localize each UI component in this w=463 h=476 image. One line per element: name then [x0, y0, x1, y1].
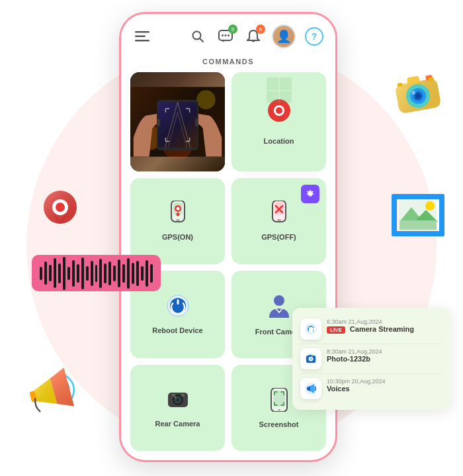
location-label: Location — [264, 137, 294, 145]
reboot-label: Reboot Device — [152, 326, 202, 334]
wave-bar — [122, 264, 125, 283]
notif-time-photo: 8:30am 21,Aug,2024 — [327, 348, 443, 355]
svg-rect-22 — [400, 220, 437, 230]
chat-badge: 5 — [228, 24, 237, 34]
screenshot-label: Screenshot — [259, 420, 299, 428]
svg-rect-67 — [278, 409, 280, 411]
live-badge: LIVE — [327, 326, 345, 334]
phone-header: 5 8 👤 ? — [121, 14, 335, 55]
svg-point-21 — [425, 201, 435, 211]
svg-rect-18 — [392, 194, 397, 236]
notif-title-photo: Photo-1232b — [327, 355, 443, 363]
wave-bar — [108, 262, 111, 285]
svg-rect-16 — [392, 194, 444, 199]
svg-point-43 — [276, 107, 282, 114]
svg-rect-24 — [135, 36, 146, 38]
notification-item-photo[interactable]: 8:30am 21,Aug,2024 Photo-1232b — [300, 344, 443, 374]
svg-rect-70 — [309, 327, 313, 332]
help-icon[interactable]: ? — [305, 27, 323, 46]
wave-bar — [40, 267, 42, 280]
cmd-photo-card[interactable] — [130, 72, 225, 171]
wave-bar — [146, 260, 148, 287]
menu-icon[interactable] — [133, 27, 151, 46]
wave-bar — [81, 258, 84, 289]
waveform-bar: // bars will be rendered in the main scr… — [32, 255, 161, 291]
notif-time-streaming: 6:30am 21,Aug,2024 — [327, 318, 443, 325]
notification-content-photo: 8:30am 21,Aug,2024 Photo-1232b — [327, 348, 443, 363]
bell-badge: 8 — [256, 24, 265, 34]
photo-notif-icon — [300, 348, 321, 369]
notif-title-voices: Voices — [327, 385, 443, 393]
front-cam-icon — [268, 293, 290, 324]
wave-bar — [67, 267, 70, 280]
wave-bar — [99, 259, 102, 288]
cmd-rear-cam-card[interactable]: Rear Camera — [130, 365, 225, 451]
wave-bar — [58, 263, 61, 283]
wave-bar — [77, 264, 79, 283]
notification-panel: 6:30am 21,Aug,2024 LIVE Camera Streaming… — [292, 308, 451, 410]
svg-rect-19 — [439, 194, 444, 236]
bell-icon[interactable]: 8 — [244, 27, 263, 46]
reboot-icon — [166, 294, 190, 322]
wave-bar — [63, 257, 65, 290]
gps-off-icon — [269, 201, 290, 229]
svg-rect-56 — [177, 299, 179, 305]
svg-rect-39 — [157, 119, 160, 126]
photo-preview — [130, 72, 225, 171]
wave-bar — [113, 265, 116, 281]
notification-content-voices: 10:30pm 20,Aug,2024 Voices — [327, 378, 443, 393]
location-icon — [267, 98, 292, 133]
settings-gear-badge[interactable] — [301, 185, 319, 203]
wave-bar — [44, 262, 47, 285]
svg-rect-53 — [277, 219, 281, 221]
deco-camera-icon — [390, 66, 446, 125]
svg-point-48 — [176, 207, 179, 211]
wave-bar — [91, 261, 93, 286]
notification-item-voices[interactable]: 10:30pm 20,Aug,2024 Voices — [300, 374, 443, 403]
cmd-gps-on-card[interactable]: GPS(ON) — [130, 178, 225, 264]
user-avatar[interactable]: 👤 — [272, 24, 296, 48]
svg-point-14 — [56, 203, 65, 212]
commands-section-label: COMMANDS — [121, 55, 335, 72]
wave-bar — [72, 260, 75, 287]
notification-content-streaming: 6:30am 21,Aug,2024 LIVE Camera Streaming — [327, 318, 443, 333]
svg-rect-49 — [176, 219, 180, 221]
svg-rect-38 — [158, 102, 197, 148]
cmd-location-card[interactable]: Location — [232, 72, 326, 171]
chat-icon[interactable]: 5 — [216, 27, 235, 46]
screenshot-icon — [269, 388, 290, 416]
wave-bar — [95, 265, 98, 282]
voices-icon — [300, 378, 321, 399]
svg-rect-25 — [135, 40, 149, 42]
rear-cam-icon — [167, 389, 189, 416]
svg-point-57 — [274, 295, 284, 306]
notif-title-streaming: LIVE Camera Streaming — [327, 325, 443, 333]
rear-cam-label: Rear Camera — [155, 420, 200, 428]
wave-bar — [136, 261, 139, 286]
gps-off-label: GPS(OFF) — [261, 233, 296, 241]
cmd-gps-off-card[interactable]: GPS(OFF) — [232, 178, 326, 264]
wave-bar — [150, 264, 153, 283]
svg-rect-28 — [222, 34, 224, 36]
notification-item-streaming[interactable]: 6:30am 21,Aug,2024 LIVE Camera Streaming — [300, 314, 443, 344]
wave-bar — [104, 263, 106, 283]
svg-point-61 — [176, 398, 180, 402]
gps-on-label: GPS(ON) — [162, 233, 193, 241]
deco-map-pin-icon — [41, 189, 79, 245]
gps-on-icon — [167, 201, 189, 229]
deco-frame-icon — [392, 189, 444, 242]
svg-rect-30 — [228, 34, 230, 36]
svg-rect-75 — [309, 355, 312, 357]
wave-bar — [141, 266, 144, 281]
wave-bar — [54, 258, 56, 288]
svg-point-34 — [196, 90, 216, 109]
svg-point-74 — [310, 357, 312, 360]
header-action-icons: 5 8 👤 ? — [189, 24, 323, 48]
svg-rect-64 — [172, 394, 175, 397]
svg-rect-40 — [195, 119, 198, 126]
notif-time-voices: 10:30pm 20,Aug,2024 — [327, 378, 443, 385]
wave-bar — [118, 260, 120, 287]
wave-bar — [127, 258, 130, 289]
search-icon[interactable] — [189, 27, 207, 46]
streaming-icon — [300, 318, 321, 340]
